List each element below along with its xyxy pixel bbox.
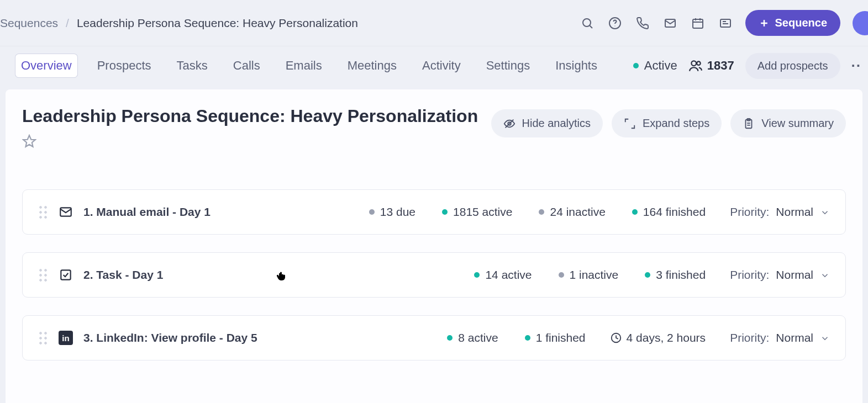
tabs-row: Overview Prospects Tasks Calls Emails Me… — [0, 46, 868, 85]
tab-tasks[interactable]: Tasks — [171, 54, 213, 77]
status-dot — [633, 63, 639, 68]
step-duration: 4 days, 2 hours — [610, 331, 706, 344]
step-stat: 1 finished — [525, 331, 586, 344]
favorite-star-icon[interactable] — [22, 134, 36, 149]
top-bar: Sequences / Leadership Persona Sequence:… — [0, 0, 868, 46]
step-row[interactable]: in 3. LinkedIn: View profile - Day 5 8 a… — [22, 315, 846, 360]
tab-activity[interactable]: Activity — [417, 54, 466, 77]
step-stat: 14 active — [474, 268, 532, 282]
mail-icon[interactable] — [662, 15, 678, 31]
step-row[interactable]: 1. Manual email - Day 1 13 due 1815 acti… — [22, 189, 846, 235]
prospect-count[interactable]: 1837 — [688, 59, 734, 73]
clock-icon — [610, 332, 622, 344]
topbar-actions: Sequence — [580, 10, 868, 36]
prospect-count-value: 1837 — [707, 59, 734, 73]
svg-marker-16 — [23, 135, 35, 147]
priority-select[interactable]: Priority: Normal — [730, 205, 830, 219]
expand-steps-button[interactable]: Expand steps — [612, 109, 722, 137]
new-sequence-label: Sequence — [775, 17, 827, 29]
step-stat: 3 finished — [645, 268, 706, 282]
drag-handle-icon[interactable] — [38, 268, 48, 282]
more-menu-icon[interactable]: ·· — [851, 57, 861, 75]
card-icon[interactable] — [718, 15, 733, 31]
tab-meetings[interactable]: Meetings — [342, 54, 402, 77]
breadcrumb: Sequences / Leadership Persona Sequence:… — [0, 17, 358, 30]
tab-emails[interactable]: Emails — [280, 54, 328, 77]
chevron-down-icon — [820, 270, 830, 280]
breadcrumb-root[interactable]: Sequences — [0, 17, 58, 30]
hide-analytics-label: Hide analytics — [522, 117, 591, 130]
step-stat: 13 due — [369, 205, 415, 219]
chevron-down-icon — [820, 333, 830, 343]
breadcrumb-separator: / — [66, 17, 69, 30]
search-icon[interactable] — [580, 15, 595, 31]
steps-list: 1. Manual email - Day 1 13 due 1815 acti… — [22, 189, 846, 360]
svg-line-1 — [590, 25, 592, 28]
tab-calls[interactable]: Calls — [228, 54, 266, 77]
hide-analytics-button[interactable]: Hide analytics — [491, 109, 603, 137]
expand-icon — [624, 118, 636, 130]
drag-handle-icon[interactable] — [38, 331, 48, 345]
step-stat: 164 finished — [632, 205, 706, 219]
title-row: Leadership Persona Sequence: Heavy Perso… — [22, 106, 846, 151]
task-icon — [58, 267, 73, 283]
tabs: Overview Prospects Tasks Calls Emails Me… — [15, 54, 603, 77]
clipboard-icon — [743, 118, 755, 130]
help-icon[interactable] — [607, 15, 623, 31]
calendar-icon[interactable] — [690, 15, 706, 31]
step-row[interactable]: 2. Task - Day 1 14 active 1 inactive 3 f… — [22, 252, 846, 298]
expand-steps-label: Expand steps — [643, 117, 709, 130]
breadcrumb-current: Leadership Persona Sequence: Heavy Perso… — [77, 17, 358, 30]
drag-handle-icon[interactable] — [38, 205, 48, 219]
status-label: Active — [644, 59, 677, 73]
step-stat: 8 active — [447, 331, 498, 344]
svg-point-14 — [691, 61, 696, 66]
add-prospects-button[interactable]: Add prospects — [745, 53, 840, 79]
tab-insights[interactable]: Insights — [550, 54, 603, 77]
page-title: Leadership Persona Sequence: Heavy Perso… — [22, 106, 478, 126]
tab-settings[interactable]: Settings — [481, 54, 536, 77]
linkedin-icon: in — [58, 330, 73, 346]
step-title: 2. Task - Day 1 — [83, 268, 163, 282]
svg-point-3 — [614, 25, 615, 26]
step-stat: 24 inactive — [539, 205, 605, 219]
svg-point-15 — [697, 61, 701, 65]
svg-rect-24 — [61, 270, 70, 279]
action-pills: Hide analytics Expand steps View summary — [491, 109, 846, 137]
tab-prospects[interactable]: Prospects — [92, 54, 157, 77]
mail-icon — [58, 204, 73, 220]
phone-icon[interactable] — [635, 15, 650, 31]
tabs-right: Active 1837 Add prospects ·· — [633, 53, 855, 79]
chevron-down-icon — [820, 207, 830, 217]
step-stat: 1 inactive — [559, 268, 619, 282]
eye-off-icon — [503, 118, 515, 130]
status-chip: Active — [633, 59, 677, 73]
title-block: Leadership Persona Sequence: Heavy Perso… — [22, 106, 478, 151]
view-summary-button[interactable]: View summary — [730, 109, 846, 137]
svg-point-0 — [583, 19, 591, 26]
tab-overview[interactable]: Overview — [15, 54, 77, 77]
priority-select[interactable]: Priority: Normal — [730, 268, 830, 282]
content-area: Leadership Persona Sequence: Heavy Perso… — [6, 89, 862, 403]
svg-rect-5 — [693, 19, 703, 28]
view-summary-label: View summary — [761, 117, 834, 130]
step-title: 3. LinkedIn: View profile - Day 5 — [83, 331, 257, 344]
avatar-circle[interactable] — [853, 11, 868, 35]
priority-select[interactable]: Priority: Normal — [730, 331, 830, 344]
step-title: 1. Manual email - Day 1 — [83, 205, 211, 219]
new-sequence-button[interactable]: Sequence — [745, 10, 840, 36]
step-stat: 1815 active — [442, 205, 512, 219]
